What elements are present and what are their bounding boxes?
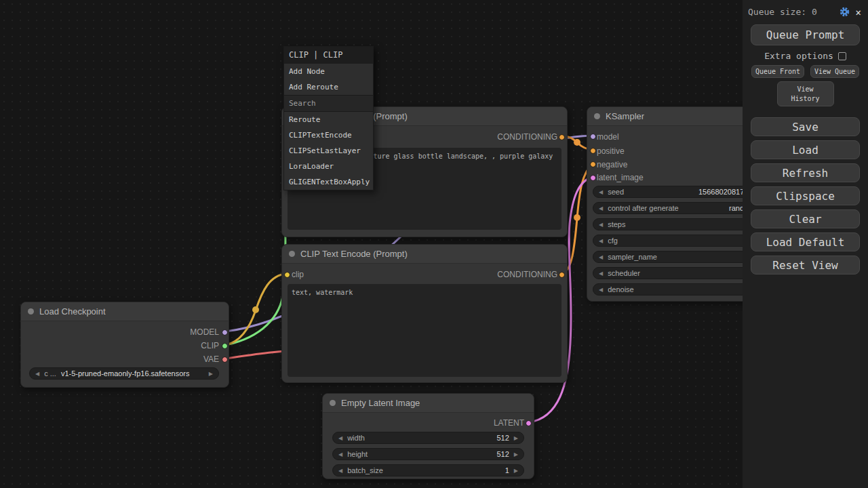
- increment-arrow-icon[interactable]: ▶: [209, 371, 213, 377]
- output-dot-conditioning[interactable]: [559, 134, 565, 140]
- node-header[interactable]: CLIP Text Encode (Prompt): [282, 245, 567, 264]
- menu-item-clipsetlastlayer[interactable]: CLIPSetLastLayer: [284, 143, 373, 159]
- node-title: Load Checkpoint: [39, 306, 106, 317]
- decrement-arrow-icon[interactable]: ◀: [599, 287, 603, 293]
- collapse-dot-icon[interactable]: [289, 251, 295, 257]
- collapse-dot-icon[interactable]: [28, 308, 34, 314]
- comfyui-menu-panel: Queue size: 0 ✕ Queue Prompt Extra optio…: [743, 0, 868, 488]
- output-dot-model[interactable]: [222, 329, 228, 336]
- collapse-dot-icon[interactable]: [330, 400, 336, 406]
- decrement-arrow-icon[interactable]: ◀: [599, 222, 603, 228]
- decrement-arrow-icon[interactable]: ◀: [338, 468, 342, 474]
- collapse-dot-icon[interactable]: [594, 113, 600, 119]
- node-title: KSampler: [606, 111, 644, 121]
- clipspace-button[interactable]: Clipspace: [751, 186, 860, 205]
- decrement-arrow-icon[interactable]: ◀: [338, 451, 342, 458]
- close-menu-icon[interactable]: ✕: [856, 7, 861, 18]
- decrement-arrow-icon[interactable]: ◀: [599, 238, 603, 244]
- context-menu-title: CLIP | CLIP: [284, 47, 373, 64]
- menu-item-gligentextboxapply[interactable]: GLIGENTextBoxApply: [284, 174, 373, 190]
- extra-options-label: Extra options: [764, 51, 833, 61]
- prompt-textarea[interactable]: text, watermark: [288, 284, 561, 377]
- output-dot-latent[interactable]: [526, 420, 532, 426]
- input-slot-model: model: [597, 132, 619, 142]
- output-slot-conditioning: CONDITIONING: [497, 132, 557, 142]
- widget-label: seed: [608, 188, 624, 196]
- extra-options-checkbox[interactable]: [838, 52, 846, 60]
- decrement-arrow-icon[interactable]: ◀: [599, 270, 603, 277]
- increment-arrow-icon[interactable]: ▶: [514, 468, 518, 474]
- queue-prompt-button[interactable]: Queue Prompt: [751, 24, 860, 45]
- node-title: CLIP Text Encode (Prompt): [300, 249, 408, 259]
- widget-label: c ...: [44, 369, 56, 378]
- link-midpoint-dot: [574, 214, 580, 221]
- increment-arrow-icon[interactable]: ▶: [514, 435, 518, 441]
- widget-label: cfg: [608, 237, 618, 245]
- increment-arrow-icon[interactable]: ▶: [514, 451, 518, 458]
- widget-value: 15668020817: [698, 188, 744, 196]
- widget-label: steps: [608, 220, 625, 228]
- input-slot-positive: positive: [597, 146, 625, 156]
- refresh-button[interactable]: Refresh: [751, 163, 860, 182]
- input-slot-latent-image: latent_image: [597, 173, 644, 182]
- node-header[interactable]: Empty Latent Image: [323, 394, 534, 413]
- widget-label: scheduler: [608, 269, 640, 277]
- menu-search-input[interactable]: Search: [284, 95, 373, 112]
- widget-ckpt-name[interactable]: ◀ c ... v1-5-pruned-emaonly-fp16.safeten…: [29, 367, 219, 380]
- node-load-checkpoint[interactable]: Load Checkpoint MODEL CLIP VAE ◀ c ... v…: [20, 302, 229, 388]
- menu-item-cliptextencode[interactable]: CLIPTextEncode: [284, 127, 373, 143]
- widget-batch-size[interactable]: ◀ batch_size 1 ▶: [332, 464, 524, 476]
- widget-value: 512: [496, 450, 509, 458]
- load-default-button[interactable]: Load Default: [751, 232, 860, 251]
- decrement-arrow-icon[interactable]: ◀: [338, 435, 342, 441]
- clear-button[interactable]: Clear: [751, 209, 860, 228]
- output-dot-clip[interactable]: [222, 343, 228, 349]
- widget-value: v1-5-pruned-emaonly-fp16.safetensors: [61, 369, 190, 378]
- decrement-arrow-icon[interactable]: ◀: [599, 189, 603, 195]
- menu-item-add-node[interactable]: Add Node: [284, 64, 373, 79]
- widget-label: height: [347, 450, 368, 458]
- decrement-arrow-icon[interactable]: ◀: [599, 254, 603, 260]
- output-dot-conditioning[interactable]: [559, 272, 565, 278]
- widget-label: batch_size: [347, 466, 383, 474]
- widget-label: denoise: [608, 285, 634, 293]
- input-slot-negative: negative: [597, 160, 627, 169]
- reset-view-button[interactable]: Reset View: [751, 256, 860, 274]
- decrement-arrow-icon[interactable]: ◀: [599, 205, 603, 211]
- add-node-context-menu: CLIP | CLIP Add Node Add Reroute Search …: [283, 46, 374, 190]
- menu-item-loraloader[interactable]: LoraLoader: [284, 159, 373, 174]
- widget-value: 1: [505, 466, 509, 474]
- widget-width[interactable]: ◀ width 512 ▶: [332, 432, 524, 444]
- input-dot-clip[interactable]: [284, 272, 290, 278]
- menu-item-add-reroute[interactable]: Add Reroute: [284, 79, 373, 95]
- output-slot-latent: LATENT: [494, 418, 524, 428]
- view-queue-button[interactable]: View Queue: [810, 65, 859, 78]
- view-history-button[interactable]: View History: [777, 81, 834, 106]
- widget-value: 512: [496, 434, 509, 442]
- settings-gear-icon[interactable]: [839, 6, 850, 18]
- input-slot-clip: clip: [292, 270, 304, 279]
- node-empty-latent-image[interactable]: Empty Latent Image LATENT ◀ width 512 ▶ …: [322, 393, 534, 479]
- output-dot-vae[interactable]: [222, 357, 228, 363]
- input-dot-model[interactable]: [590, 134, 596, 140]
- output-slot-vae: VAE: [203, 354, 219, 364]
- decrement-arrow-icon[interactable]: ◀: [35, 371, 39, 377]
- input-dot-latent-image[interactable]: [590, 175, 596, 181]
- node-header[interactable]: Load Checkpoint: [21, 302, 229, 321]
- menu-item-reroute[interactable]: Reroute: [284, 112, 373, 127]
- widget-height[interactable]: ◀ height 512 ▶: [332, 448, 524, 460]
- load-button[interactable]: Load: [751, 140, 860, 159]
- wire-clip-drag: [226, 136, 287, 345]
- link-midpoint-dot: [574, 139, 580, 146]
- save-button[interactable]: Save: [751, 117, 860, 136]
- node-clip-text-encode-2[interactable]: CLIP Text Encode (Prompt) clip CONDITION…: [281, 244, 568, 383]
- queue-size-label: Queue size: 0: [748, 7, 833, 17]
- widget-label: width: [347, 434, 365, 442]
- input-dot-positive[interactable]: [590, 148, 596, 154]
- output-slot-clip: CLIP: [201, 341, 219, 350]
- queue-front-button[interactable]: Queue Front: [751, 65, 804, 78]
- output-slot-model: MODEL: [190, 327, 219, 337]
- input-dot-negative[interactable]: [590, 161, 596, 167]
- widget-label: control after generate: [608, 204, 679, 212]
- node-title: Empty Latent Image: [341, 398, 420, 408]
